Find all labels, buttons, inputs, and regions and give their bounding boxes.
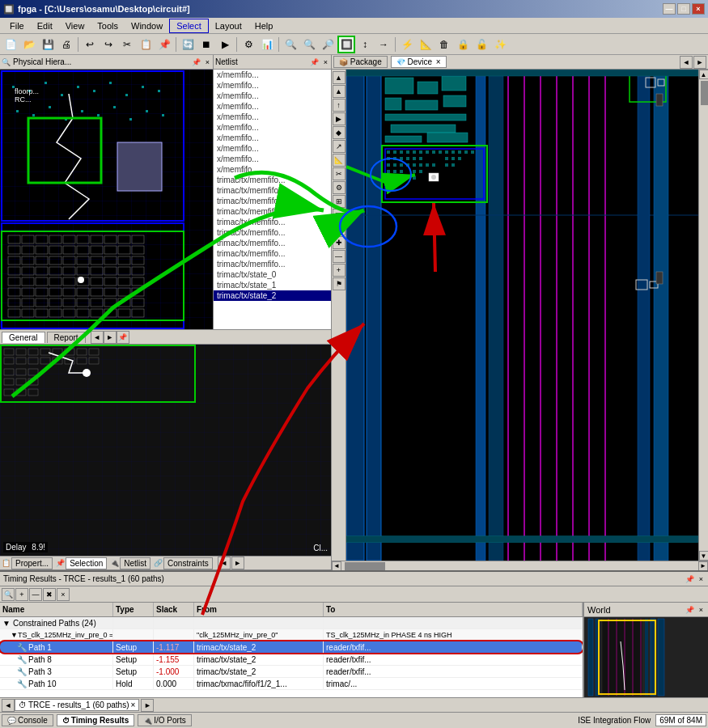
timing-search[interactable]: 🔍 xyxy=(2,588,15,601)
netlist-item[interactable]: trimac/tx/state_1 xyxy=(214,280,331,290)
menu-select[interactable]: Select xyxy=(169,19,209,33)
tb-new[interactable]: 📄 xyxy=(2,36,19,53)
netlist-item[interactable]: trimac/tx/memfifo... xyxy=(214,248,331,259)
tb-redo[interactable]: ↪ xyxy=(100,36,117,53)
menu-tools[interactable]: Tools xyxy=(91,19,125,32)
tb-zoom-rect[interactable]: 🔲 xyxy=(337,36,355,53)
tab-properties[interactable]: Propert... xyxy=(11,557,53,569)
tb-paste[interactable]: 📌 xyxy=(155,36,173,53)
netlist-item[interactable]: trimac/tx/memfifo... xyxy=(214,185,331,196)
world-close[interactable]: × xyxy=(697,606,705,614)
netlist-item[interactable]: trimac/tx/memfifo... xyxy=(214,217,331,227)
chip-canvas[interactable] xyxy=(346,70,698,561)
tb-zoom-out[interactable]: 🔎 xyxy=(319,36,337,53)
menu-layout[interactable]: Layout xyxy=(209,19,248,32)
timing-path1-row[interactable]: 🔧 Path 1 Setup -1.117 trimac/tx/state_2 … xyxy=(0,641,583,654)
minimize-button[interactable]: — xyxy=(663,3,676,15)
tab-package[interactable]: 📦 Package xyxy=(333,56,388,68)
timing-path10-row[interactable]: 🔧 Path 10 Hold 0.000 trimac/txmac/fifo/f… xyxy=(0,678,583,690)
netlist-close[interactable]: × xyxy=(322,58,329,66)
tab-netlist2[interactable]: Netlist xyxy=(120,557,151,569)
netlist-selected-item[interactable]: trimac/tx/state_2 xyxy=(214,290,331,301)
tb-unplace[interactable]: 🗑 xyxy=(435,36,453,53)
view-nav-left[interactable]: ◄ xyxy=(680,56,693,69)
tab-trce[interactable]: ⏱ TRCE - results_1 (60 paths) × xyxy=(15,699,139,711)
menu-view[interactable]: View xyxy=(59,19,91,32)
world-pin[interactable]: 📌 xyxy=(684,606,696,614)
tab-general[interactable]: General xyxy=(2,332,45,343)
menu-file[interactable]: File xyxy=(3,19,31,32)
tab-console[interactable]: 💬 Console xyxy=(2,714,53,726)
maximize-button[interactable]: □ xyxy=(677,3,690,15)
netlist-item[interactable]: x/memfifo... xyxy=(214,91,331,101)
menu-help[interactable]: Help xyxy=(248,19,280,32)
group-expand-icon[interactable]: ▼ xyxy=(2,619,11,628)
tb-save[interactable]: 💾 xyxy=(39,36,57,53)
right-scrollbar[interactable]: ▲ ▼ xyxy=(698,70,708,561)
nav-minus[interactable]: — xyxy=(333,250,346,263)
tb-properties[interactable]: 📊 xyxy=(258,36,276,53)
nav-ne[interactable]: ↗ xyxy=(333,140,346,153)
tb-refresh[interactable]: 🔄 xyxy=(179,36,197,53)
nav-plus[interactable]: + xyxy=(333,264,346,277)
timing-add[interactable]: + xyxy=(15,588,28,601)
nav-box[interactable]: ▣ xyxy=(333,209,346,222)
panel-nav-left[interactable]: ◄ xyxy=(218,557,231,569)
nav-up2[interactable]: ▲ xyxy=(333,85,346,98)
timing-path3-row[interactable]: 🔧 Path 3 Setup -1.000 trimac/tx/state_2 … xyxy=(0,666,583,678)
tb-undo[interactable]: ↩ xyxy=(81,36,99,53)
nav-up3[interactable]: ↑ xyxy=(333,99,346,112)
nav-next[interactable]: ► xyxy=(104,331,117,344)
nav-cut[interactable]: ✂ xyxy=(333,167,346,180)
view-nav-right[interactable]: ► xyxy=(693,56,706,69)
timing-delete[interactable]: ✖ xyxy=(43,588,56,601)
close-button[interactable]: × xyxy=(692,3,705,15)
tb-copy[interactable]: 📋 xyxy=(137,36,155,53)
menu-edit[interactable]: Edit xyxy=(31,19,59,32)
netlist-item[interactable]: x/memfifo... xyxy=(214,164,331,175)
timing-x[interactable]: × xyxy=(57,588,70,601)
nav-cross[interactable]: ✚ xyxy=(333,236,346,249)
netlist-item[interactable]: trimac/tx/memfifo... xyxy=(214,227,331,238)
netlist-item[interactable]: trimac/tx/state_0 xyxy=(214,269,331,280)
nav-gear[interactable]: ⚙ xyxy=(333,181,346,194)
tb-settings[interactable]: ⚙ xyxy=(240,36,257,53)
tb-pan[interactable]: ↕ xyxy=(356,36,374,53)
netlist-item[interactable]: x/memfifo... xyxy=(214,101,331,112)
timing-tab-nav-left[interactable]: ◄ xyxy=(2,699,15,712)
scroll-right[interactable]: ► xyxy=(698,561,708,571)
phys-panel-pin[interactable]: 📌 xyxy=(190,58,202,66)
nav-ruler[interactable]: 📐 xyxy=(333,154,346,167)
tb-place[interactable]: 📐 xyxy=(417,36,435,53)
scroll-thumb[interactable] xyxy=(701,81,708,105)
netlist-item[interactable]: x/memfifo... xyxy=(214,133,331,143)
tb-zoom-in[interactable]: 🔍 xyxy=(300,36,318,53)
timing-close[interactable]: × xyxy=(697,575,705,583)
nav-flag[interactable]: ⚑ xyxy=(333,277,346,290)
tb-lock[interactable]: 🔒 xyxy=(454,36,472,53)
tb-zoom-fit[interactable]: 🔍 xyxy=(282,36,299,53)
nav-diamond[interactable]: ◆ xyxy=(333,126,346,139)
tb-stop[interactable]: ⏹ xyxy=(197,36,215,53)
netlist-item[interactable]: x/memfifo... xyxy=(214,112,331,122)
hscroll-thumb[interactable] xyxy=(345,562,385,570)
trce-close[interactable]: × xyxy=(131,700,136,709)
menu-window[interactable]: Window xyxy=(125,19,169,32)
tb-autoplace[interactable]: ⚡ xyxy=(398,36,416,53)
netlist-item[interactable]: x/memfifo... xyxy=(214,70,331,80)
netlist-item[interactable]: trimac/tx/memfifo... xyxy=(214,196,331,206)
tb-cut[interactable]: ✂ xyxy=(118,36,136,53)
panel-nav-right[interactable]: ► xyxy=(231,557,244,569)
tb-highlight[interactable]: ✨ xyxy=(491,36,509,53)
timing-path8-row[interactable]: 🔧 Path 8 Setup -1.155 trimac/tx/state_2 … xyxy=(0,654,583,666)
netlist-item[interactable]: trimac/tx/memfifo... xyxy=(214,259,331,269)
tab-selection[interactable]: Selection xyxy=(66,557,107,569)
netlist-item[interactable]: trimac/tx/memfifo... xyxy=(214,238,331,248)
tab-device[interactable]: 💎 Device × xyxy=(391,56,447,68)
tb-unlock[interactable]: 🔓 xyxy=(473,36,490,53)
close-device-icon[interactable]: × xyxy=(436,57,441,66)
tab-io-ports[interactable]: 🔌 I/O Ports xyxy=(138,714,191,726)
scroll-up[interactable]: ▲ xyxy=(699,70,709,79)
tab-timing-results[interactable]: ⏱ Timing Results xyxy=(57,714,135,726)
timing-pin[interactable]: 📌 xyxy=(684,575,696,583)
